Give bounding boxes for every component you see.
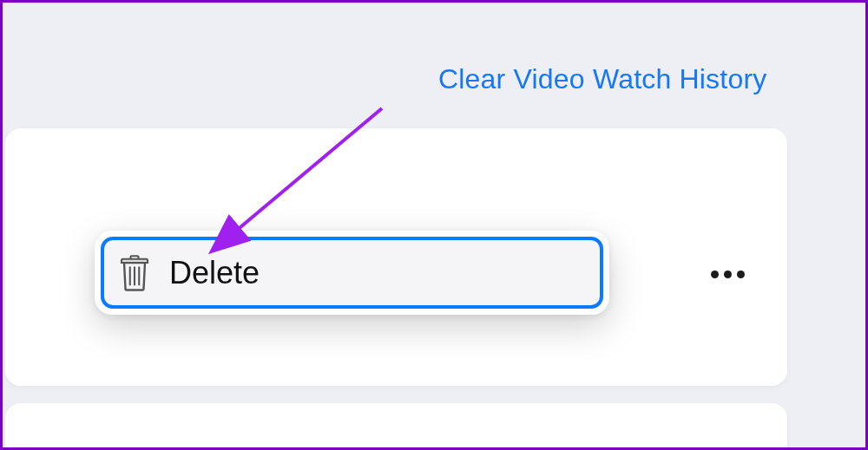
more-options-button[interactable] [706, 261, 749, 287]
clear-video-watch-history-link[interactable]: Clear Video Watch History [438, 63, 766, 95]
context-menu: Delete [95, 231, 609, 315]
delete-label: Delete [169, 255, 260, 291]
delete-button[interactable]: Delete [101, 237, 603, 309]
content-card-secondary [5, 403, 787, 450]
trash-icon [117, 254, 152, 292]
more-options-icon [724, 271, 732, 278]
more-options-icon [737, 271, 745, 278]
more-options-icon [711, 271, 719, 278]
